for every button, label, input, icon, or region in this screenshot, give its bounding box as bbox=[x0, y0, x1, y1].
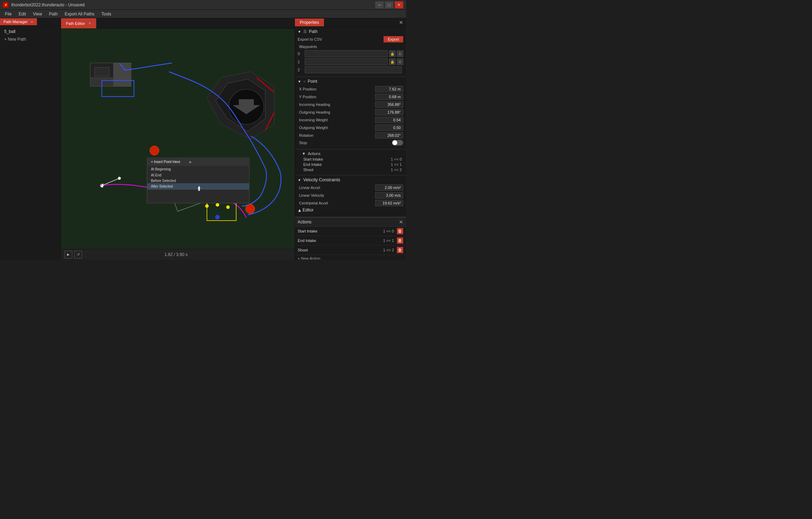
tab-path-editor-close[interactable]: ✕ bbox=[88, 21, 91, 25]
actions-panel-close[interactable]: ✕ bbox=[399, 219, 403, 225]
waypoint-bar-1 bbox=[305, 58, 388, 65]
path-section-header[interactable]: ▼ ☴ Path bbox=[298, 29, 403, 34]
outgoing-heading-value[interactable]: 176.88° bbox=[375, 109, 403, 115]
waypoint-link-0[interactable]: ⛓ bbox=[397, 50, 403, 57]
velocity-section-header[interactable]: ▼ Velocity Constraints bbox=[298, 177, 403, 182]
waypoint-row-2: 2 bbox=[298, 66, 403, 73]
menu-path[interactable]: Path bbox=[46, 11, 61, 17]
point-section-header[interactable]: ▼ ○ Point bbox=[298, 79, 403, 84]
new-path-button[interactable]: + New Path bbox=[2, 35, 59, 43]
waypoint-lock-0[interactable]: 🔒 bbox=[389, 50, 395, 57]
outgoing-heading-row: Outgoing Heading 176.88° bbox=[298, 109, 403, 115]
waypoint-bar-2 bbox=[305, 66, 402, 73]
action-shoot-val: 1 << 2 bbox=[391, 168, 402, 172]
delete-shoot-button[interactable]: 🗑 bbox=[397, 247, 403, 253]
editor-section-label: Editor bbox=[303, 208, 313, 213]
actions-panel-header: Actions ✕ bbox=[295, 218, 406, 227]
main-layout: Path Manager ✕ 5_ball + New Path Path Ed… bbox=[0, 18, 406, 260]
menu-export-all[interactable]: Export All Paths bbox=[61, 11, 98, 17]
actions-subsection-header[interactable]: ▼ Actions bbox=[302, 151, 403, 156]
centripetal-value[interactable]: 19.62 m/s² bbox=[375, 200, 403, 206]
path-item-5ball[interactable]: 5_ball bbox=[2, 28, 59, 35]
new-action-button[interactable]: + New Action bbox=[295, 255, 406, 260]
y-pos-value[interactable]: 0.68 m bbox=[375, 94, 403, 100]
close-button[interactable]: ✕ bbox=[395, 1, 403, 8]
editor-canvas[interactable]: + Insert Point Here ▶ At Beginning At En… bbox=[61, 29, 295, 249]
centripetal-label: Centripetal Accel bbox=[298, 201, 375, 205]
svg-point-22 bbox=[205, 204, 209, 208]
export-button[interactable]: Export bbox=[384, 36, 403, 42]
incoming-heading-value[interactable]: 356.88° bbox=[375, 101, 403, 108]
velocity-section-label: Velocity Constraints bbox=[303, 177, 340, 182]
action-item-start-intake: Start Intake 1 << 0 🗑 bbox=[295, 227, 406, 236]
app-icon: ⚡ bbox=[3, 2, 8, 8]
linear-accel-value[interactable]: 2.00 m/s² bbox=[375, 184, 403, 191]
left-panel-content: 5_ball + New Path bbox=[0, 26, 61, 260]
svg-point-14 bbox=[245, 204, 255, 214]
path-section-label: Path bbox=[309, 29, 318, 34]
triangle-icon: ▼ bbox=[298, 80, 301, 83]
tab-path-manager-label: Path Manager bbox=[4, 20, 28, 24]
velocity-section: ▼ Velocity Constraints Linear Accel 2.00… bbox=[295, 175, 406, 217]
menu-view[interactable]: View bbox=[29, 11, 46, 17]
waypoint-num-1: 1 bbox=[298, 60, 305, 64]
incoming-weight-row: Incoming Weight 0.54 bbox=[298, 117, 403, 123]
menu-file[interactable]: File bbox=[1, 11, 15, 17]
svg-text:At End: At End bbox=[151, 173, 161, 177]
svg-text:After Selected: After Selected bbox=[151, 184, 173, 188]
outgoing-weight-value[interactable]: 0.50 bbox=[375, 124, 403, 131]
svg-rect-4 bbox=[95, 67, 109, 76]
waypoint-row-0: 0 🔒 ⛓ bbox=[298, 50, 403, 57]
menu-edit[interactable]: Edit bbox=[15, 11, 29, 17]
rotation-value[interactable]: 268.02° bbox=[375, 132, 403, 139]
outgoing-heading-label: Outgoing Heading bbox=[298, 110, 375, 114]
window-controls[interactable]: – □ ✕ bbox=[375, 1, 403, 8]
tab-path-manager-close[interactable]: ✕ bbox=[31, 20, 33, 24]
linear-vel-row: Linear Velocity 3.00 m/s bbox=[298, 192, 403, 198]
tab-path-manager[interactable]: Path Manager ✕ bbox=[0, 18, 37, 25]
actions-panel: Actions ✕ Start Intake 1 << 0 🗑 End Inta… bbox=[295, 217, 406, 260]
minimize-button[interactable]: – bbox=[375, 1, 384, 8]
waypoint-bar-0 bbox=[305, 50, 388, 57]
delete-end-intake-button[interactable]: 🗑 bbox=[397, 237, 403, 244]
action-item-shoot: Shoot 1 << 2 🗑 bbox=[295, 245, 406, 255]
incoming-weight-value[interactable]: 0.54 bbox=[375, 117, 403, 123]
action-item-shoot-val: 1 << 2 bbox=[383, 248, 394, 252]
waypoint-lock-1[interactable]: 🔒 bbox=[389, 59, 395, 65]
path-section: ▼ ☴ Path Export to CSV Export Waypoints … bbox=[295, 27, 406, 77]
menu-tools[interactable]: Tools bbox=[98, 11, 115, 17]
export-csv-label: Export to CSV bbox=[298, 37, 384, 41]
action-row-end-intake: End Intake 1 << 1 bbox=[303, 162, 403, 167]
x-pos-value[interactable]: 7.62 m bbox=[375, 86, 403, 92]
actions-subsection-label: Actions bbox=[308, 151, 320, 156]
waypoint-icons-0: 🔒 ⛓ bbox=[389, 50, 403, 57]
action-item-end-intake: End Intake 1 << 1 🗑 bbox=[295, 236, 406, 245]
action-start-intake-label: Start Intake bbox=[303, 157, 391, 161]
x-pos-label: X Position bbox=[298, 87, 375, 91]
right-panel: Properties ✕ ▼ ☴ Path Export to CSV Expo… bbox=[295, 18, 406, 260]
linear-vel-value[interactable]: 3.00 m/s bbox=[375, 192, 403, 198]
tab-path-editor-label: Path Editor bbox=[66, 21, 85, 26]
action-shoot-label: Shoot bbox=[303, 168, 391, 172]
svg-point-12 bbox=[150, 146, 159, 155]
right-panel-close[interactable]: ✕ bbox=[396, 18, 406, 27]
svg-point-16 bbox=[118, 177, 121, 180]
path-icon: ☴ bbox=[303, 29, 307, 34]
waypoint-link-1[interactable]: ⛓ bbox=[397, 59, 403, 65]
incoming-weight-label: Incoming Weight bbox=[298, 118, 375, 122]
tab-properties[interactable]: Properties bbox=[295, 19, 324, 26]
delete-start-intake-button[interactable]: 🗑 bbox=[397, 228, 403, 234]
play-button[interactable]: ▶ bbox=[65, 251, 72, 258]
editor-section-header[interactable]: ▶ Editor bbox=[298, 208, 403, 213]
triangle-collapsed-icon: ▶ bbox=[297, 209, 301, 211]
stop-toggle[interactable] bbox=[392, 140, 403, 146]
maximize-button[interactable]: □ bbox=[385, 1, 393, 8]
actions-panel-title: Actions bbox=[298, 220, 399, 224]
tab-path-editor[interactable]: Path Editor ✕ bbox=[61, 18, 96, 28]
action-row-start-intake: Start Intake 1 << 0 bbox=[303, 157, 403, 161]
outgoing-weight-label: Outgoing Weight bbox=[298, 126, 375, 130]
reset-button[interactable]: ↺ bbox=[74, 251, 82, 258]
triangle-icon: ▼ bbox=[298, 30, 301, 34]
svg-text:Before Selected: Before Selected bbox=[151, 179, 176, 183]
triangle-icon: ▼ bbox=[298, 178, 301, 182]
